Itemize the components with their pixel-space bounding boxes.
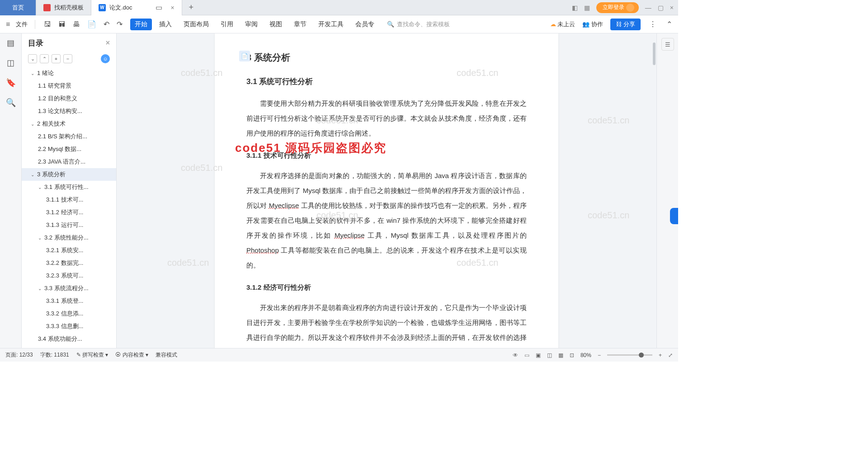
toc-item[interactable]: 3.4 系统功能分... <box>22 333 116 345</box>
status-bar: 页面: 12/33 字数: 11831 ✎ 拼写检查 ▾ ⦿ 内容检查 ▾ 兼容… <box>0 348 678 362</box>
more-icon[interactable]: ⋮ <box>648 20 658 28</box>
file-menu[interactable]: 文件 <box>16 20 28 28</box>
toc-close-icon[interactable]: × <box>106 39 110 47</box>
reading-view-icon[interactable]: ▭ <box>524 352 529 358</box>
zoom-level[interactable]: 80% <box>580 352 591 358</box>
left-sidebar: ▤ ◫ 🔖 🔍 <box>0 33 22 348</box>
page-indicator[interactable]: 页面: 12/33 <box>5 351 33 359</box>
fit-width-icon[interactable]: ⊡ <box>570 352 574 358</box>
menu-chapter[interactable]: 章节 <box>289 19 311 30</box>
close-icon[interactable]: × <box>171 4 175 11</box>
toc-item[interactable]: 2.3 JAVA 语言介... <box>22 155 116 168</box>
toc-item[interactable]: 3.3.1 系统登... <box>22 295 116 307</box>
eye-icon[interactable]: 👁 <box>513 352 518 358</box>
toc-item[interactable]: 3.2.2 数据完... <box>22 257 116 269</box>
cloud-status[interactable]: ☁ 未上云 <box>550 20 576 28</box>
content-check-toggle[interactable]: ⦿ 内容检查 ▾ <box>115 351 148 359</box>
slides-icon[interactable]: ◫ <box>7 58 14 68</box>
fullscreen-icon[interactable]: ⤢ <box>668 352 673 358</box>
expand-all-icon[interactable]: ⌃ <box>40 54 49 63</box>
outline-icon[interactable]: ▤ <box>7 38 14 48</box>
window-icon[interactable]: ▭ <box>154 3 164 12</box>
toc-item[interactable]: 2.1 B/S 架构介绍... <box>22 130 116 143</box>
remove-item-icon[interactable]: − <box>63 54 72 63</box>
share-button[interactable]: ⛓ 分享 <box>610 19 641 30</box>
maximize-button[interactable]: ▢ <box>658 4 664 11</box>
toc-item[interactable]: 1.2 目的和意义 <box>22 92 116 105</box>
new-tab-button[interactable]: + <box>182 3 200 12</box>
toc-item[interactable]: 3.3.3 信息删... <box>22 320 116 333</box>
toc-item[interactable]: 1.3 论文结构安... <box>22 105 116 118</box>
web-layout-icon[interactable]: ▦ <box>558 352 563 358</box>
tab-templates[interactable]: 找稻壳模板 <box>36 0 91 15</box>
toc-item[interactable]: ⌄3.2 系统性能分... <box>22 231 116 244</box>
document-page[interactable]: 📄 3 系统分析 3.1 系统可行性分析 需要使用大部分精力开发的科研项目验收管… <box>215 33 558 348</box>
scrollbar-thumb[interactable] <box>653 42 656 65</box>
spellcheck-toggle[interactable]: ✎ 拼写检查 ▾ <box>76 351 108 359</box>
menu-start[interactable]: 开始 <box>130 19 152 30</box>
zoom-out-icon[interactable]: − <box>598 352 601 358</box>
menu-icon[interactable]: ≡ <box>5 20 11 28</box>
word-count[interactable]: 字数: 11831 <box>40 351 69 359</box>
preview-icon[interactable]: 📄 <box>86 20 98 28</box>
add-item-icon[interactable]: + <box>52 54 61 63</box>
toc-item[interactable]: ⌄3 系统分析 <box>22 168 116 181</box>
zoom-slider[interactable] <box>607 354 652 356</box>
menu-member[interactable]: 会员专 <box>351 19 379 30</box>
toc-item[interactable]: 3.2.3 系统可... <box>22 269 116 282</box>
side-tab-handle[interactable] <box>670 208 678 224</box>
menu-view[interactable]: 视图 <box>265 19 287 30</box>
layout-icon[interactable]: ◧ <box>572 4 578 11</box>
minimize-button[interactable]: — <box>645 4 651 11</box>
page-layout-icon[interactable]: ◫ <box>547 352 552 358</box>
toc-item[interactable]: 3.2.1 系统安... <box>22 244 116 257</box>
menu-insert[interactable]: 插入 <box>155 19 176 30</box>
find-icon[interactable]: 🔍 <box>6 98 16 108</box>
toc-item[interactable]: ⌄3.1 系统可行性... <box>22 181 116 193</box>
toc-item[interactable]: 3.1.1 技术可... <box>22 193 116 206</box>
compat-mode[interactable]: 兼容模式 <box>156 351 177 359</box>
save-icon[interactable]: 🖫 <box>42 20 52 28</box>
assistant-icon[interactable]: ☺ <box>101 54 110 63</box>
menu-reference[interactable]: 引用 <box>216 19 238 30</box>
heading-1: 3 系统分析 <box>246 52 527 64</box>
right-sidebar: ☰ <box>656 33 678 348</box>
menu-devtools[interactable]: 开发工具 <box>314 19 348 30</box>
toc-panel: 目录× ⌄ ⌃ + − ☺ ⌄1 绪论1.1 研究背景1.2 目的和意义1.3 … <box>22 33 117 348</box>
bookmark-icon[interactable]: 🔖 <box>6 78 16 88</box>
search-box[interactable]: 🔍查找命令、搜索模板 <box>387 20 450 28</box>
page-options-icon[interactable]: 📄 <box>239 51 250 61</box>
close-window-button[interactable]: × <box>670 4 674 11</box>
heading-2: 3.1 系统可行性分析 <box>246 76 527 87</box>
zoom-in-icon[interactable]: + <box>659 352 662 358</box>
undo-icon[interactable]: ↶ <box>102 20 111 28</box>
menu-layout[interactable]: 页面布局 <box>179 19 213 30</box>
toc-item[interactable]: 1.1 研究背景 <box>22 80 116 92</box>
toggle-panel-icon[interactable]: ☰ <box>661 38 674 51</box>
print-layout-icon[interactable]: ▣ <box>536 352 541 358</box>
collapse-all-icon[interactable]: ⌄ <box>28 54 37 63</box>
toc-item[interactable]: 3.3.2 信息添... <box>22 307 116 320</box>
toc-item[interactable]: ⌄2 相关技术 <box>22 118 116 130</box>
toc-item[interactable]: 2.2 Mysql 数据... <box>22 143 116 155</box>
toc-item[interactable]: 3.1.2 经济可... <box>22 206 116 219</box>
apps-icon[interactable]: ▦ <box>584 4 590 11</box>
heading-3: 3.1.1 技术可行性分析 <box>246 151 527 160</box>
redo-icon[interactable]: ↷ <box>115 20 124 28</box>
tab-document[interactable]: W论文.doc▭× <box>91 0 182 15</box>
toc-item[interactable]: ⌄1 绪论 <box>22 67 116 80</box>
word-icon: W <box>99 4 106 11</box>
toc-item[interactable]: ⌄3.3 系统流程分... <box>22 282 116 295</box>
paragraph: 需要使用大部分精力开发的科研项目验收管理系统为了充分降低开发风险，特意在开发之前… <box>246 96 527 141</box>
toc-item[interactable]: 3.1.3 运行可... <box>22 219 116 231</box>
menu-review[interactable]: 审阅 <box>241 19 262 30</box>
document-area: 📄 3 系统分析 3.1 系统可行性分析 需要使用大部分精力开发的科研项目验收管… <box>117 33 656 348</box>
toc-list: ⌄1 绪论1.1 研究背景1.2 目的和意义1.3 论文结构安...⌄2 相关技… <box>22 67 116 348</box>
tab-home[interactable]: 首页 <box>0 0 36 15</box>
collapse-ribbon-icon[interactable]: ⌃ <box>665 20 674 28</box>
paragraph: 开发出来的程序并不是朝着商业程序的方向进行设计开发的，它只是作为一个毕业设计项目… <box>246 300 527 348</box>
print-icon[interactable]: 🖶 <box>71 20 81 28</box>
login-button[interactable]: 立即登录 <box>596 2 639 13</box>
save-as-icon[interactable]: 🖬 <box>57 20 67 28</box>
collab-button[interactable]: 👥 协作 <box>582 20 603 28</box>
